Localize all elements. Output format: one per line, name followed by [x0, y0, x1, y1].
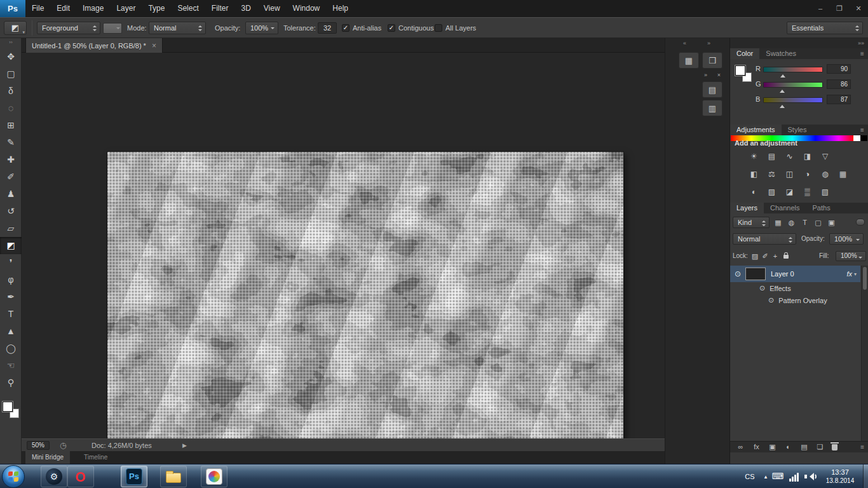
language-indicator[interactable]: CS [742, 464, 757, 488]
fill-select[interactable]: 100% [836, 251, 866, 261]
quick-selection-tool[interactable]: ◌ [0, 100, 22, 117]
eyedropper-tool[interactable]: ✎ [0, 134, 22, 151]
taskbar-photoshop-button[interactable]: Ps [121, 466, 147, 487]
green-value-field[interactable]: 86 [827, 79, 851, 89]
keyboard-icon[interactable]: ⌨ [771, 464, 784, 488]
tab-color[interactable]: Color [730, 48, 759, 59]
fill-source-select[interactable]: Foreground [37, 22, 100, 34]
taskbar-clock[interactable]: 13:37 13.8.2014 [818, 468, 862, 485]
history-brush-tool[interactable]: ↺ [0, 203, 22, 220]
collapse-strip-icon[interactable]: « [683, 40, 686, 46]
start-button[interactable] [2, 465, 25, 488]
network-icon[interactable] [789, 472, 801, 482]
vibrance-icon[interactable]: ▽ [818, 151, 832, 162]
restore-icon[interactable]: ❐ [830, 0, 849, 17]
panel-menu-icon[interactable]: ≡ [857, 125, 868, 135]
black-white-icon[interactable]: ◫ [782, 168, 797, 180]
toolbar-collapse-icon[interactable]: ›› [0, 39, 22, 45]
layer-row-effects[interactable]: ⊙ Effects [730, 282, 860, 294]
panel-menu-icon[interactable]: ≡ [860, 444, 864, 451]
delete-layer-icon[interactable] [832, 444, 837, 451]
pen-tool[interactable]: ✒ [0, 288, 22, 306]
adjustment-layer-icon[interactable]: ◐ [784, 442, 792, 452]
hue-saturation-icon[interactable]: ◧ [747, 168, 761, 180]
levels-icon[interactable]: ▤ [764, 151, 779, 162]
minimize-icon[interactable]: – [811, 0, 830, 17]
layer-row-layer0[interactable]: ⊙ Layer 0 fx ▾ [730, 266, 860, 282]
close-icon[interactable]: ✕ [849, 0, 868, 17]
type-tool[interactable]: T [0, 306, 22, 323]
invert-icon[interactable]: ◐ [747, 186, 761, 198]
link-layers-icon[interactable]: ∞ [736, 442, 745, 452]
menu-view[interactable]: View [257, 0, 287, 17]
red-value-field[interactable]: 90 [827, 64, 851, 74]
status-menu-icon[interactable]: ▶ [182, 439, 187, 452]
tab-adjustments[interactable]: Adjustments [730, 125, 782, 135]
contiguous-checkbox[interactable]: ✓ Contiguous [388, 24, 434, 32]
blur-tool[interactable]: ❜ [0, 254, 22, 271]
tool-preset-picker[interactable]: ◩ ▾ [4, 21, 27, 35]
pattern-swatch[interactable] [103, 23, 122, 34]
lasso-tool[interactable]: δ [0, 83, 22, 100]
green-slider[interactable] [763, 82, 823, 88]
slider-thumb[interactable] [780, 102, 785, 108]
paint-bucket-tool[interactable]: ◩ [0, 237, 22, 254]
dodge-tool[interactable]: φ [0, 271, 22, 288]
foreground-color-swatch[interactable] [3, 402, 13, 412]
taskbar-explorer-button[interactable] [160, 466, 187, 487]
chevron-down-icon[interactable]: ▾ [854, 271, 857, 277]
move-tool[interactable]: ✥ [0, 48, 22, 65]
brightness-contrast-icon[interactable]: ☀ [747, 151, 761, 162]
layer-style-icon[interactable]: fx [752, 442, 761, 452]
zoom-tool[interactable]: ⚲ [0, 374, 22, 391]
posterize-icon[interactable]: ▨ [764, 186, 779, 198]
collapse-dock-icon[interactable]: »» [730, 38, 868, 48]
blue-slider[interactable] [763, 97, 823, 103]
blue-value-field[interactable]: 87 [827, 95, 851, 104]
path-selection-tool[interactable]: ▲ [0, 323, 22, 340]
eraser-tool[interactable]: ▱ [0, 220, 22, 237]
new-layer-icon[interactable]: ❏ [816, 442, 824, 452]
lock-transparent-icon[interactable]: ▨ [750, 250, 759, 262]
color-lookup-icon[interactable]: ▦ [836, 168, 850, 180]
lock-pixels-icon[interactable]: ✐ [761, 250, 770, 262]
photo-filter-icon[interactable]: ◑ [800, 168, 815, 180]
filter-smart-objects-icon[interactable]: ▣ [825, 217, 837, 228]
tab-swatches[interactable]: Swatches [759, 48, 803, 59]
hand-tool[interactable]: ☜ [0, 357, 22, 374]
channel-mixer-icon[interactable]: ◍ [818, 168, 832, 180]
blend-mode-select[interactable]: Normal [733, 233, 796, 245]
histogram-panel-icon[interactable]: ▦ [679, 52, 699, 69]
tolerance-input[interactable]: 32 [318, 22, 337, 34]
taskbar-opera-button[interactable]: O [67, 466, 94, 487]
show-desktop-button[interactable] [863, 464, 868, 488]
anti-alias-checkbox[interactable]: ✓ Anti-alias [342, 24, 381, 32]
filter-pixel-layers-icon[interactable]: ▦ [772, 217, 784, 228]
close-tab-icon[interactable]: × [152, 41, 156, 50]
scrollbar-thumb[interactable] [863, 267, 867, 290]
tab-layers[interactable]: Layers [730, 203, 764, 214]
layer-filter-toggle[interactable] [856, 219, 865, 226]
effects-visibility-icon[interactable]: ⊙ [759, 284, 765, 292]
3d-panel-icon[interactable]: ❒ [702, 52, 722, 69]
layer-filter-kind-select[interactable]: Kind [733, 217, 770, 228]
threshold-icon[interactable]: ◪ [782, 186, 797, 198]
hidden-icons-chevron[interactable]: ▴ [761, 464, 770, 488]
expand-panel-icon[interactable]: » [704, 71, 707, 79]
all-layers-checkbox[interactable]: All Layers [435, 24, 476, 32]
menu-help[interactable]: Help [326, 0, 355, 17]
gradient-map-icon[interactable]: ▒ [800, 186, 815, 198]
zoom-level-field[interactable]: 50% [27, 441, 50, 450]
ellipse-tool[interactable]: ◯ [0, 340, 22, 357]
layer-row-pattern-overlay[interactable]: ⊙ Pattern Overlay [730, 294, 860, 306]
tab-styles[interactable]: Styles [782, 125, 813, 135]
tab-mini-bridge[interactable]: Mini Bridge [25, 451, 70, 464]
tab-paths[interactable]: Paths [806, 203, 837, 214]
layer-fx-badge[interactable]: fx [846, 270, 852, 278]
close-icon[interactable]: × [717, 71, 721, 79]
tab-timeline[interactable]: Timeline [78, 451, 114, 464]
taskbar-steam-button[interactable]: ⚙ [41, 466, 67, 487]
filter-adjustment-layers-icon[interactable]: ◍ [785, 217, 797, 228]
collapse-strip-icon[interactable]: » [707, 40, 710, 46]
layer-group-icon[interactable]: ▤ [800, 442, 808, 452]
